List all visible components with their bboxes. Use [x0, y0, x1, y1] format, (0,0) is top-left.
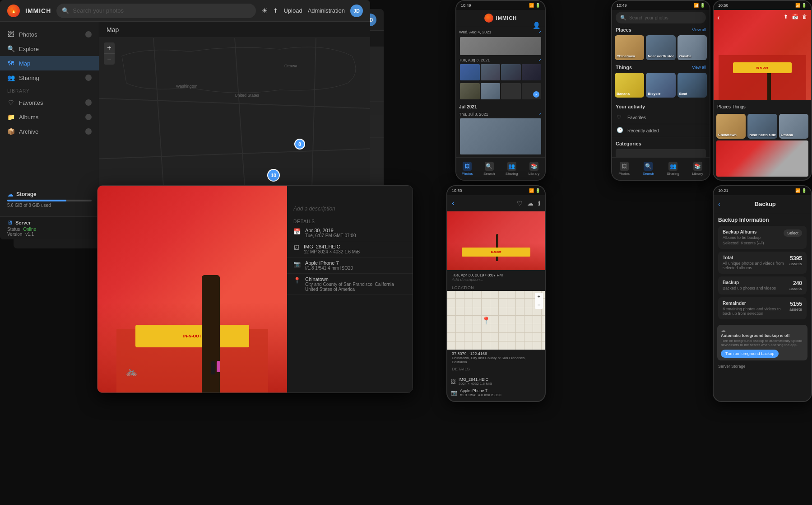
photos-nav-label: Photos [19, 31, 37, 38]
info-main-photo[interactable]: IN-N-OUT 🚲 [97, 186, 287, 393]
map-cluster-1[interactable]: 10 [267, 169, 280, 182]
mobile4-desc[interactable]: Add description... [452, 277, 540, 282]
mobile2-places-view-all[interactable]: View all [692, 28, 706, 32]
backup-back-btn[interactable]: ‹ [718, 201, 720, 208]
mobile4-zoom-in[interactable]: + [535, 293, 543, 301]
nav-albums[interactable]: 📁 Albums [0, 110, 99, 124]
mobile4-map[interactable]: 📍 + − [447, 291, 545, 350]
location-icon: 📍 [293, 277, 301, 284]
info-camera-name: Apple iPhone 7 [305, 260, 353, 266]
nav-archive[interactable]: 📦 Archive [0, 124, 99, 139]
mobile1-photo2[interactable] [460, 64, 480, 80]
mobile3-rest-photo [714, 140, 811, 177]
mobile1-photo6[interactable] [460, 83, 480, 99]
thing-bicycle[interactable]: Bicycle [646, 73, 675, 98]
mobile3-place2[interactable]: Near north side [747, 114, 777, 139]
mobile1-photos-icon: 🖼 [463, 162, 472, 171]
map-zoom-controls[interactable]: + − [104, 42, 115, 65]
upload-label[interactable]: Upload [283, 7, 302, 14]
backup-select-btn[interactable]: Select [784, 229, 802, 237]
mobile2-nav-library[interactable]: 📚 Library [692, 162, 703, 176]
mobile3-back-btn[interactable]: ‹ [717, 14, 719, 22]
turn-on-foreground-btn[interactable]: Turn on foreground backup [721, 350, 779, 358]
map-zoom-out[interactable]: − [104, 54, 115, 65]
mobile4-zoom-out[interactable]: − [535, 301, 543, 309]
place-omaha[interactable]: Omaha [677, 35, 707, 60]
sun-icon: ☀ [261, 6, 268, 15]
mobile4-details-label: DETAILS [447, 366, 545, 372]
mobile1-photo7[interactable] [481, 83, 501, 99]
mobile4-info-icon[interactable]: ℹ [538, 200, 540, 207]
admin-label[interactable]: Administration [308, 7, 345, 14]
mobile3-share-icon[interactable]: ⬆ [784, 14, 788, 20]
mobile3-status: 10:50 📶 🔋 [714, 1, 811, 10]
mobile3-calendar-icon[interactable]: 📅 [792, 14, 798, 20]
thing-boat[interactable]: Boat [677, 73, 707, 98]
main-topbar: 🔥 IMMICH 🔍 Search your photos ☀ ⬆ Upload… [0, 0, 370, 22]
map-cluster-2[interactable]: 8 [294, 139, 305, 150]
upload-icon[interactable]: ⬆ [273, 7, 278, 14]
nav-favorites[interactable]: ♡ Favorites [0, 95, 99, 110]
mobile1-check2: ✓ [538, 58, 542, 62]
favorites-nav-label: Favorites [19, 99, 43, 106]
mobile3-full-photo[interactable] [716, 140, 808, 177]
albums-nav-icon: 📁 [7, 113, 14, 121]
nav-sharing[interactable]: 👥 Sharing [0, 70, 99, 85]
mobile1-nav-library[interactable]: 📚 Library [529, 162, 539, 176]
mobile2-nav-search[interactable]: 🔍 Search [643, 162, 654, 176]
map-zoom-in[interactable]: + [104, 42, 115, 53]
info-location-sub: City and County of San Francisco, Califo… [305, 282, 394, 292]
mobile5-status: 10:21 📶 🔋 [714, 186, 811, 195]
mobile3-photo[interactable]: IN-N-OUT ‹ ⬆ 📅 🗑 [714, 10, 811, 100]
backup-total-label: Total [723, 255, 789, 260]
mobile1-photo4[interactable] [501, 64, 521, 80]
place-northside[interactable]: Near north side [646, 35, 675, 60]
mobile1-nav-photos[interactable]: 🖼 Photos [462, 162, 473, 176]
mobile1-photo5[interactable] [522, 64, 542, 80]
nav-explore[interactable]: 🔍 Explore [0, 42, 99, 56]
mobile2-favorites-row[interactable]: ♡ Favorites [612, 111, 710, 124]
mobile3-places-grid: Chinatown Near north side Omaha [714, 112, 811, 140]
mobile3-photo-container: IN-N-OUT ‹ ⬆ 📅 🗑 [714, 10, 811, 100]
mobile2-places-grid: Chinatown Near north side Omaha [612, 33, 710, 63]
mobile1-nav-sharing[interactable]: 👥 Sharing [506, 162, 518, 176]
mobile4-map-zoom[interactable]: + − [535, 293, 543, 309]
thing-banana[interactable]: Banana [615, 73, 644, 98]
mobile2-nav-sharing[interactable]: 👥 Sharing [667, 162, 679, 176]
mobile4-heart-icon[interactable]: ♡ [517, 200, 523, 207]
mobile4-date: Tue, Apr 30, 2019 • 8:07 PM [452, 273, 540, 277]
mobile3-toolbar: ⬆ 📅 🗑 [784, 14, 807, 20]
mobile2-things-view-all[interactable]: View all [692, 65, 706, 70]
mobile2-search[interactable]: 🔍 Search your photos [616, 12, 706, 23]
foreground-toggle-card: ☁ Automatic foreground backup is off Tur… [717, 325, 807, 360]
info-date-sub: Tue, 6:07 PM GMT-07:00 [305, 233, 356, 238]
nav-photos[interactable]: 🖼 Photos [0, 27, 99, 42]
file-icon: 🖼 [293, 244, 299, 251]
mobile1-photo3[interactable] [481, 64, 501, 80]
mobile1-nav-search[interactable]: 🔍 Search [483, 162, 495, 176]
info-panel-right: Add a description DETAILS 📅 Apr 30, 2019… [287, 186, 413, 393]
mobile1-photo-big1[interactable] [460, 118, 541, 154]
mobile1-photo8[interactable] [501, 83, 521, 99]
mobile4-back[interactable]: ‹ [452, 198, 455, 208]
main-search-bar[interactable]: 🔍 Search your photos [56, 4, 256, 18]
archive-nav-icon: 📦 [7, 128, 14, 135]
mobile1-avatar[interactable]: 👤 [533, 22, 540, 29]
mobile4-cloud-icon[interactable]: ☁ [527, 200, 534, 207]
main-logo-text: IMMICH [25, 7, 51, 14]
mobile1-photo1[interactable] [460, 37, 541, 55]
mobile3-delete-icon[interactable]: 🗑 [802, 14, 807, 20]
mobile1-photo9[interactable]: ✓ [522, 83, 542, 99]
mobile2-recently-added-row[interactable]: 🕐 Recently added [612, 124, 710, 137]
mobile2-things-label: Things [616, 65, 632, 70]
info-desc[interactable]: Add a description [287, 206, 413, 216]
mobile4-photo[interactable]: IN-N-OUT [447, 211, 545, 270]
user-avatar[interactable]: JD [350, 5, 363, 17]
mobile2-nav-photos[interactable]: 🖼 Photos [618, 162, 630, 176]
mobile3-place3[interactable]: Omaha [779, 114, 808, 139]
mobile1-topbar: IMMICH 👤 [456, 10, 545, 26]
mobile3-place1[interactable]: Chinatown [716, 114, 746, 139]
place-chinatown[interactable]: Chinatown [615, 35, 644, 60]
camera-icon: 📷 [293, 261, 301, 267]
nav-map[interactable]: 🗺 Map [0, 56, 99, 70]
